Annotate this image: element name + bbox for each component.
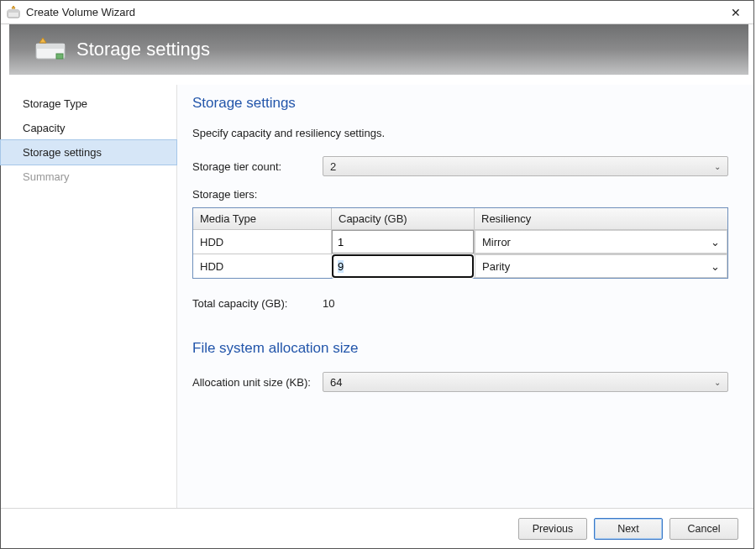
cell-capacity [332, 230, 475, 254]
resiliency-select-1[interactable]: Parity ⌄ [475, 254, 727, 278]
titlebar: Create Volume Wizard ✕ [1, 1, 753, 24]
volume-large-icon [33, 37, 68, 62]
allocation-value: 64 [330, 376, 342, 389]
wizard-body: Storage Type Capacity Storage settings S… [1, 75, 753, 508]
resiliency-value-1: Parity [482, 260, 510, 273]
cell-resiliency: Mirror ⌄ [475, 230, 727, 254]
tiers-table: Media Type Capacity (GB) Resiliency HDD … [192, 207, 728, 279]
total-capacity-row: Total capacity (GB): 10 [192, 297, 728, 310]
sidebar-item-storage-settings[interactable]: Storage settings [0, 139, 177, 165]
svg-marker-6 [39, 38, 46, 43]
svg-rect-1 [8, 10, 19, 13]
tier-count-row: Storage tier count: 2 ⌄ [192, 156, 728, 176]
previous-button[interactable]: Previous [518, 518, 587, 540]
sidebar-item-summary[interactable]: Summary [1, 165, 176, 189]
sidebar-item-capacity[interactable]: Capacity [1, 116, 176, 140]
col-media-type[interactable]: Media Type [193, 208, 332, 229]
chevron-down-icon: ⌄ [714, 378, 721, 387]
volume-wizard-icon [6, 5, 21, 20]
capacity-input-1[interactable] [332, 254, 474, 278]
allocation-row: Allocation unit size (KB): 64 ⌄ [192, 372, 728, 392]
allocation-select[interactable]: 64 ⌄ [323, 372, 728, 392]
cell-media-type: HDD [193, 254, 332, 278]
resiliency-select-0[interactable]: Mirror ⌄ [475, 230, 727, 254]
table-row: HDD Mirror ⌄ [193, 229, 727, 254]
tiers-header: Media Type Capacity (GB) Resiliency [193, 208, 727, 229]
tier-count-value: 2 [330, 160, 336, 173]
col-resiliency[interactable]: Resiliency [475, 208, 727, 229]
cell-capacity [332, 254, 475, 278]
svg-rect-5 [56, 54, 63, 59]
close-icon: ✕ [731, 6, 741, 19]
chevron-down-icon: ⌄ [714, 162, 721, 171]
section-heading-storage: Storage settings [192, 95, 728, 112]
col-capacity[interactable]: Capacity (GB) [332, 208, 475, 229]
cell-media-type: HDD [193, 230, 332, 254]
svg-marker-2 [12, 6, 15, 8]
next-button[interactable]: Next [594, 518, 663, 540]
capacity-input-0[interactable] [332, 230, 474, 254]
cell-resiliency: Parity ⌄ [475, 254, 727, 278]
wizard-main: Storage settings Specify capacity and re… [177, 85, 753, 508]
section-subtext: Specify capacity and resiliency settings… [192, 127, 728, 139]
wizard-header-title: Storage settings [76, 39, 210, 60]
close-button[interactable]: ✕ [718, 2, 753, 24]
total-capacity-value: 10 [323, 297, 334, 310]
svg-rect-4 [36, 44, 65, 49]
wizard-footer: Previous Next Cancel [1, 508, 753, 548]
chevron-down-icon: ⌄ [711, 260, 720, 273]
tier-count-label: Storage tier count: [192, 160, 323, 173]
allocation-label: Allocation unit size (KB): [192, 376, 323, 389]
wizard-window: Create Volume Wizard ✕ Storage settings … [0, 0, 754, 549]
wizard-sidebar: Storage Type Capacity Storage settings S… [1, 85, 177, 508]
total-capacity-label: Total capacity (GB): [192, 297, 323, 310]
window-title: Create Volume Wizard [26, 6, 718, 18]
sidebar-item-storage-type[interactable]: Storage Type [1, 92, 176, 116]
section-heading-allocation: File system allocation size [192, 340, 728, 357]
table-row: HDD Parity ⌄ [193, 254, 727, 278]
resiliency-value-0: Mirror [482, 236, 511, 248]
chevron-down-icon: ⌄ [711, 236, 720, 248]
tiers-label: Storage tiers: [192, 188, 728, 201]
wizard-header: Storage settings [9, 24, 748, 75]
tier-count-select[interactable]: 2 ⌄ [323, 156, 728, 176]
cancel-button[interactable]: Cancel [669, 518, 738, 540]
